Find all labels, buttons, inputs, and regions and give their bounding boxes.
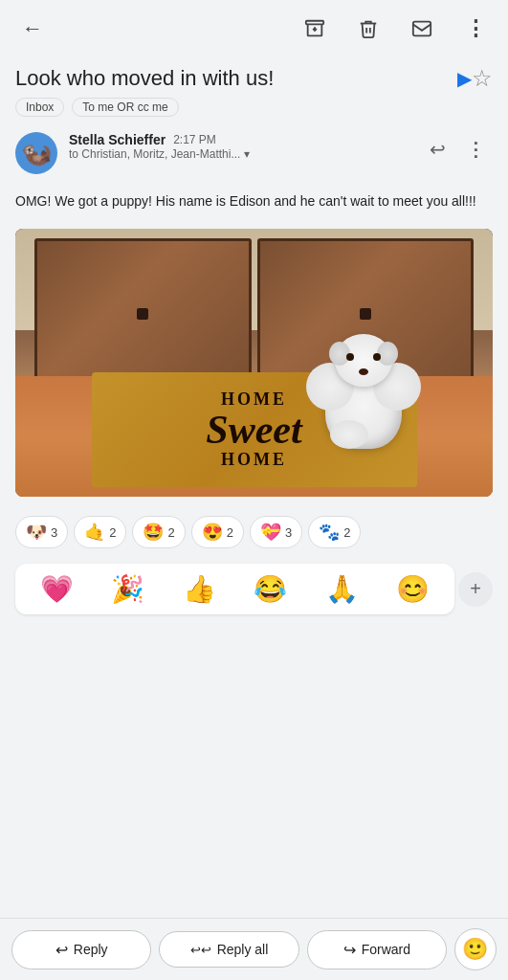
emoji-smile-btn[interactable]: 😊	[380, 569, 448, 609]
subject-row: Look who moved in with us! ▶ ☆	[0, 57, 508, 96]
reaction-dog-emoji: 🐶	[26, 522, 47, 543]
more-options-button[interactable]: ⋮	[458, 11, 493, 46]
email-subject: Look who moved in with us!	[15, 66, 452, 91]
inbox-label[interactable]: Inbox	[15, 98, 64, 117]
door-panel-left	[34, 238, 252, 390]
send-time: 2:17 PM	[173, 133, 216, 146]
emoji-add-icon: +	[470, 578, 481, 600]
sender-actions: ↩ ⋮	[420, 132, 493, 167]
reactions-row: 🐶 3 🤙 2 🤩 2 😍 2 💝 3 🐾 2	[0, 508, 508, 556]
expand-recipients-icon: ▾	[244, 147, 250, 161]
sender-to-text: to Christian, Moritz, Jean-Matthi...	[69, 147, 240, 161]
reaction-starstruck-emoji: 🤩	[143, 522, 164, 543]
archive-button[interactable]	[298, 11, 332, 46]
sender-area: 🦦 Stella Schieffer 2:17 PM to Christian,…	[0, 126, 508, 180]
sender-name: Stella Schieffer	[69, 132, 166, 147]
back-button[interactable]: ←	[15, 11, 50, 46]
reaction-hearteyes-count: 2	[227, 525, 233, 540]
reply-all-btn-icon: ↩↩	[190, 943, 211, 957]
email-body-text: OMG! We got a puppy! His name is Edison …	[15, 191, 493, 212]
reaction-hearteyes[interactable]: 😍 2	[191, 516, 244, 548]
reply-icon: ↩	[430, 138, 446, 161]
toolbar-actions: ⋮	[298, 11, 493, 46]
emoji-add-button[interactable]: +	[458, 572, 493, 607]
sender-avatar: 🦦	[15, 132, 57, 174]
forward-btn-label: Forward	[362, 942, 410, 957]
toolbar: ←	[0, 0, 508, 57]
reaction-shaka[interactable]: 🤙 2	[74, 516, 126, 548]
labels-row: Inbox To me OR cc me	[0, 96, 508, 126]
delete-button[interactable]	[351, 11, 386, 46]
quick-reply-button[interactable]: ↩	[420, 132, 454, 167]
sender-name-row: Stella Schieffer 2:17 PM	[69, 132, 409, 147]
sender-to-field[interactable]: to Christian, Moritz, Jean-Matthi... ▾	[69, 147, 409, 161]
emoji-party-btn[interactable]: 🎉	[95, 569, 163, 609]
reaction-dog[interactable]: 🐶 3	[15, 516, 68, 548]
reply-all-btn-label: Reply all	[217, 942, 269, 957]
reaction-heartribbon-count: 3	[285, 525, 292, 540]
reaction-starstruck[interactable]: 🤩 2	[132, 516, 185, 548]
star-button[interactable]: ☆	[472, 65, 493, 92]
emoji-laughing-btn[interactable]: 😂	[237, 569, 305, 609]
reaction-heartribbon[interactable]: 💝 3	[250, 516, 302, 548]
reaction-shaka-emoji: 🤙	[84, 522, 105, 543]
emoji-picker: 💗 🎉 👍 😂 🙏 😊	[15, 564, 454, 614]
emoji-picker-row: 💗 🎉 👍 😂 🙏 😊 +	[0, 556, 508, 622]
forward-button[interactable]: ↪ Forward	[307, 930, 447, 969]
svg-rect-0	[306, 21, 323, 25]
svg-rect-1	[413, 22, 431, 36]
emoji-face-icon: 🙂	[462, 937, 488, 962]
reaction-paw[interactable]: 🐾 2	[308, 516, 361, 548]
reaction-hearteyes-emoji: 😍	[202, 522, 223, 543]
reply-btn-icon: ↩	[55, 941, 68, 959]
reaction-paw-count: 2	[343, 525, 350, 540]
reply-btn-label: Reply	[74, 942, 108, 957]
emoji-pray-btn[interactable]: 🙏	[308, 569, 376, 609]
reaction-heartribbon-emoji: 💝	[260, 522, 281, 543]
dog-figure	[311, 324, 416, 449]
emoji-thumbsup-btn[interactable]: 👍	[166, 569, 233, 609]
more-icon: ⋮	[466, 138, 485, 161]
reaction-dog-count: 3	[51, 525, 57, 540]
subject-expand-arrow[interactable]: ▶	[457, 67, 472, 90]
email-image: HOME Sweet HOME	[15, 229, 493, 497]
sender-more-button[interactable]: ⋮	[458, 132, 493, 167]
emoji-heart-btn[interactable]: 💗	[23, 569, 91, 609]
reaction-paw-emoji: 🐾	[319, 522, 340, 543]
sender-info: Stella Schieffer 2:17 PM to Christian, M…	[69, 132, 409, 161]
email-body: OMG! We got a puppy! His name is Edison …	[0, 180, 508, 221]
reply-all-button[interactable]: ↩↩ Reply all	[159, 931, 298, 968]
reply-button[interactable]: ↩ Reply	[11, 930, 151, 969]
bottom-action-bar: ↩ Reply ↩↩ Reply all ↪ Forward 🙂	[0, 918, 508, 980]
emoji-reaction-button[interactable]: 🙂	[454, 928, 497, 970]
reaction-starstruck-count: 2	[167, 525, 174, 540]
mail-button[interactable]	[405, 11, 439, 46]
forward-btn-icon: ↪	[343, 941, 356, 959]
to-me-label[interactable]: To me OR cc me	[72, 98, 178, 117]
reaction-shaka-count: 2	[109, 525, 116, 540]
